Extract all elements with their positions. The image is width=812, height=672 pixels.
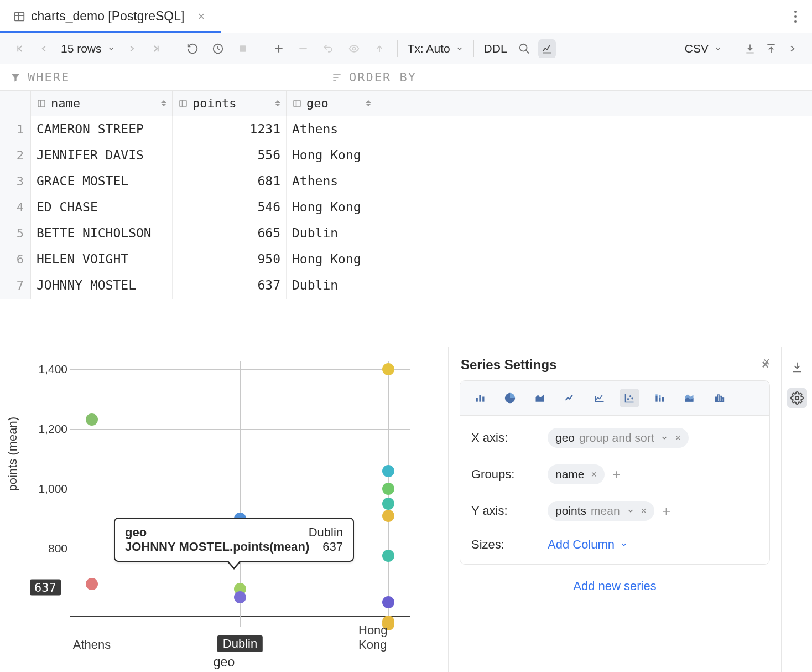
cell-points[interactable]: 556 — [173, 142, 287, 168]
chart-point[interactable] — [382, 483, 394, 495]
remove-icon[interactable]: × — [591, 469, 597, 480]
table-row[interactable]: 7JOHNNY MOSTEL637Dublin — [0, 272, 812, 298]
yaxis-field-pill[interactable]: points mean × — [548, 501, 654, 521]
svg-point-12 — [629, 395, 631, 397]
submit-icon[interactable] — [372, 39, 387, 58]
cell-geo[interactable]: Dublin — [287, 220, 377, 246]
delete-row-icon[interactable] — [295, 39, 311, 58]
groups-field-pill[interactable]: name × — [548, 464, 605, 484]
chart-point[interactable] — [382, 550, 394, 562]
scatter-chart-icon[interactable] — [620, 389, 639, 407]
cell-geo[interactable]: Athens — [287, 116, 377, 142]
sort-icon[interactable] — [161, 100, 166, 106]
cell-geo[interactable]: Hong Kong — [287, 194, 377, 220]
cell-geo[interactable]: Hong Kong — [287, 298, 377, 299]
chart-point[interactable] — [86, 578, 98, 590]
download-icon[interactable] — [742, 39, 758, 58]
sizes-add-column-link[interactable]: Add Column — [548, 537, 758, 552]
histogram-chart-icon[interactable] — [709, 389, 729, 407]
cell-points[interactable]: 950 — [173, 246, 287, 272]
preview-icon[interactable] — [345, 39, 363, 58]
kebab-menu-icon[interactable] — [789, 11, 802, 23]
chart-point[interactable] — [382, 596, 394, 608]
bar-chart-icon[interactable] — [470, 389, 490, 407]
first-page-icon[interactable] — [12, 39, 28, 58]
cell-name[interactable]: JOE SWANK — [31, 298, 173, 299]
table-row[interactable]: 1CAMERON STREEP1231Athens — [0, 116, 812, 142]
tab-charts-demo[interactable]: charts_demo [PostgreSQL] × — [13, 0, 205, 33]
add-new-series-link[interactable]: Add new series — [573, 579, 656, 593]
sort-icon[interactable] — [275, 100, 280, 106]
table-row[interactable]: 8JOE SWANK776Hong Kong — [0, 298, 812, 299]
grouped-line-chart-icon[interactable] — [590, 389, 610, 407]
chart-point[interactable] — [382, 465, 394, 477]
history-icon[interactable] — [210, 39, 226, 58]
table-row[interactable]: 4ED CHASE546Hong Kong — [0, 194, 812, 220]
cell-geo[interactable]: Hong Kong — [287, 142, 377, 168]
stop-icon[interactable] — [235, 39, 251, 58]
cell-name[interactable]: JENNIFER DAVIS — [31, 142, 173, 168]
add-group-icon[interactable]: + — [612, 466, 621, 483]
column-header-points[interactable]: points — [173, 91, 287, 116]
column-header-geo[interactable]: geo — [287, 91, 377, 116]
add-row-icon[interactable] — [271, 39, 287, 58]
orderby-clause-input[interactable]: ORDER BY — [321, 64, 812, 90]
chart-plot-area[interactable]: geo Dublin JOHNNY MOSTEL.points(mean) 63… — [70, 361, 410, 627]
revert-icon[interactable] — [320, 39, 336, 58]
more-right-icon[interactable] — [784, 39, 800, 58]
reload-icon[interactable] — [184, 39, 201, 58]
export-format-dropdown[interactable]: CSV — [685, 42, 722, 55]
settings-gear-icon[interactable] — [787, 388, 807, 408]
cell-points[interactable]: 665 — [173, 220, 287, 246]
chart-point[interactable] — [86, 413, 98, 426]
rows-dropdown[interactable]: 15 rows — [61, 42, 115, 55]
cell-points[interactable]: 681 — [173, 168, 287, 194]
cell-points[interactable]: 637 — [173, 272, 287, 298]
prev-page-icon[interactable] — [37, 39, 52, 58]
ddl-button[interactable]: DDL — [484, 42, 507, 55]
table-row[interactable]: 5BETTE NICHOLSON665Dublin — [0, 220, 812, 246]
panel-close-icon[interactable]: × — [763, 355, 770, 369]
table-row[interactable]: 6HELEN VOIGHT950Hong Kong — [0, 246, 812, 272]
cell-geo[interactable]: Athens — [287, 168, 377, 194]
search-icon[interactable] — [516, 39, 533, 58]
last-page-icon[interactable] — [148, 39, 164, 58]
tx-dropdown[interactable]: Tx: Auto — [408, 42, 464, 55]
chart-point[interactable] — [382, 363, 394, 375]
upload-icon[interactable] — [763, 39, 779, 58]
chart-point[interactable] — [234, 591, 246, 603]
filter-icon — [10, 72, 21, 83]
cell-name[interactable]: HELEN VOIGHT — [31, 246, 173, 272]
chart-type-bar — [460, 381, 769, 416]
stacked-bar-chart-icon[interactable] — [649, 389, 669, 407]
add-yaxis-icon[interactable]: + — [662, 503, 670, 520]
sort-icon[interactable] — [366, 100, 371, 106]
cell-points[interactable]: 546 — [173, 194, 287, 220]
cell-name[interactable]: GRACE MOSTEL — [31, 168, 173, 194]
chart-toggle-icon[interactable] — [538, 39, 556, 58]
cell-points[interactable]: 1231 — [173, 116, 287, 142]
stacked-area-chart-icon[interactable] — [679, 389, 699, 407]
where-clause-input[interactable]: WHERE — [0, 64, 321, 90]
export-chart-icon[interactable] — [787, 357, 807, 377]
remove-icon[interactable]: × — [675, 432, 681, 444]
cell-geo[interactable]: Dublin — [287, 272, 377, 298]
remove-icon[interactable]: × — [641, 505, 647, 517]
cell-name[interactable]: CAMERON STREEP — [31, 116, 173, 142]
cell-name[interactable]: BETTE NICHOLSON — [31, 220, 173, 246]
line-chart-icon[interactable] — [560, 389, 580, 407]
xaxis-field-pill[interactable]: geo group and sort × — [548, 428, 689, 448]
tab-close-icon[interactable]: × — [197, 9, 205, 24]
table-row[interactable]: 2JENNIFER DAVIS556Hong Kong — [0, 142, 812, 168]
area-chart-icon[interactable] — [530, 389, 550, 407]
cell-geo[interactable]: Hong Kong — [287, 246, 377, 272]
column-header-name[interactable]: name — [31, 91, 173, 116]
cell-points[interactable]: 776 — [173, 298, 287, 299]
chart-point[interactable] — [382, 498, 394, 510]
next-page-icon[interactable] — [124, 39, 139, 58]
pie-chart-icon[interactable] — [500, 389, 520, 407]
table-row[interactable]: 3GRACE MOSTEL681Athens — [0, 168, 812, 194]
cell-name[interactable]: ED CHASE — [31, 194, 173, 220]
cell-name[interactable]: JOHNNY MOSTEL — [31, 272, 173, 298]
chart-point[interactable] — [382, 510, 394, 522]
